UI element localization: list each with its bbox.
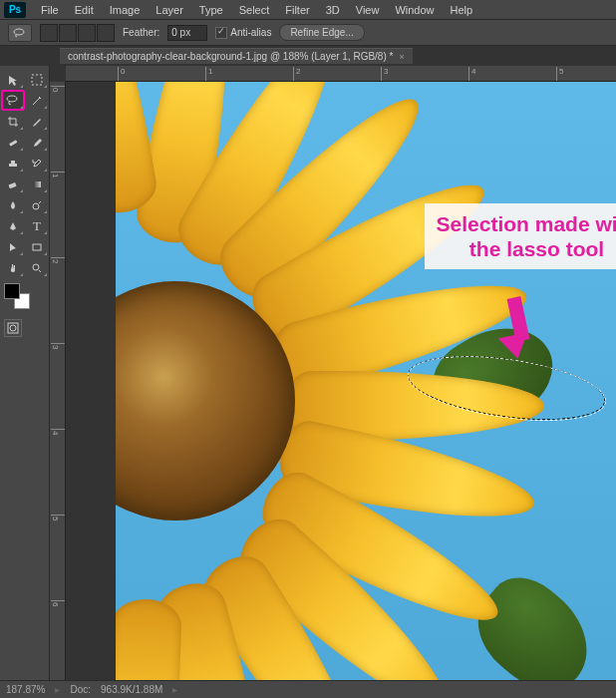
- brush-tool[interactable]: [26, 133, 48, 152]
- blur-icon: [7, 199, 19, 211]
- ruler-tick: 1: [205, 67, 212, 81]
- svg-rect-5: [33, 181, 41, 187]
- menu-view[interactable]: View: [349, 2, 387, 18]
- rect-icon: [31, 241, 43, 253]
- svg-rect-1: [32, 75, 42, 85]
- svg-point-8: [33, 264, 39, 270]
- active-tool-indicator[interactable]: [8, 24, 32, 42]
- fg-color-swatch[interactable]: [4, 283, 20, 299]
- hand-tool[interactable]: [2, 258, 24, 277]
- history-brush-icon: [31, 158, 43, 170]
- shape-tool[interactable]: [26, 237, 48, 256]
- menu-edit[interactable]: Edit: [68, 2, 101, 18]
- magic-wand-tool[interactable]: [26, 91, 48, 110]
- selection-mode-add[interactable]: [59, 24, 77, 42]
- selection-mode-subtract[interactable]: [78, 24, 96, 42]
- eyedropper-tool[interactable]: [26, 112, 48, 131]
- ruler-horizontal[interactable]: 0 1 2 3 4 5: [66, 66, 616, 82]
- antialias-checkbox[interactable]: Anti-alias: [215, 27, 271, 39]
- ruler-tick: 4: [51, 429, 65, 435]
- arrow-icon: [7, 241, 19, 253]
- ruler-tick: 5: [556, 67, 563, 81]
- color-swatches[interactable]: [0, 279, 49, 313]
- zoom-level[interactable]: 187.87%: [6, 684, 45, 695]
- brush-icon: [31, 137, 43, 149]
- spot-heal-tool[interactable]: [2, 133, 24, 152]
- path-select-tool[interactable]: [2, 237, 24, 256]
- menu-image[interactable]: Image: [103, 2, 148, 18]
- canvas[interactable]: Selection made with the lasso tool: [66, 82, 616, 680]
- selection-mode-intersect[interactable]: [97, 24, 115, 42]
- svg-point-6: [33, 203, 39, 209]
- svg-rect-4: [9, 182, 17, 188]
- antialias-label: Anti-alias: [230, 27, 271, 38]
- gradient-tool[interactable]: [26, 174, 48, 193]
- check-icon: [215, 27, 227, 39]
- dodge-icon: [31, 199, 43, 211]
- menu-layer[interactable]: Layer: [149, 2, 190, 18]
- stamp-icon: [7, 158, 19, 170]
- svg-point-0: [14, 29, 24, 35]
- crop-tool[interactable]: [2, 112, 24, 131]
- type-icon: T: [33, 218, 41, 234]
- ruler-tick: 6: [51, 600, 65, 606]
- lasso-icon: [6, 95, 20, 107]
- menu-filter[interactable]: Filter: [278, 2, 316, 18]
- clone-stamp-tool[interactable]: [2, 154, 24, 173]
- doc-size-label: Doc:: [70, 684, 91, 695]
- ruler-tick: 0: [118, 67, 125, 81]
- ruler-tick: 3: [51, 343, 65, 349]
- svg-rect-3: [9, 140, 17, 147]
- menu-window[interactable]: Window: [388, 2, 441, 18]
- workspace: T 0 1 2 3 4 5 0 1 2: [0, 66, 616, 680]
- status-sep: ▸: [55, 684, 60, 695]
- svg-point-10: [10, 325, 16, 331]
- close-icon[interactable]: ×: [399, 52, 404, 62]
- marquee-icon: [31, 74, 43, 86]
- document-tab[interactable]: contrast-photography-clear-background-1.…: [60, 48, 413, 64]
- selection-mode-group: [40, 24, 115, 42]
- annotation-box: Selection made with the lasso tool: [425, 203, 616, 269]
- lasso-icon: [13, 28, 27, 38]
- svg-rect-7: [33, 244, 41, 250]
- quick-mask-toggle[interactable]: [4, 319, 22, 337]
- lasso-tool[interactable]: [2, 91, 24, 110]
- move-icon: [7, 74, 19, 86]
- menu-help[interactable]: Help: [444, 2, 480, 18]
- crop-icon: [7, 116, 19, 128]
- status-sep: ▸: [172, 684, 177, 695]
- status-bar: 187.87% ▸ Doc: 963.9K/1.88M ▸: [0, 680, 616, 698]
- blur-tool[interactable]: [2, 195, 24, 214]
- eyedropper-icon: [31, 116, 43, 128]
- document-tab-label: contrast-photography-clear-background-1.…: [68, 51, 393, 62]
- menu-file[interactable]: File: [34, 2, 66, 18]
- move-tool[interactable]: [2, 70, 24, 89]
- history-brush-tool[interactable]: [26, 154, 48, 173]
- type-tool[interactable]: T: [26, 216, 48, 235]
- toolbox: T: [0, 66, 50, 680]
- menu-select[interactable]: Select: [232, 2, 277, 18]
- menu-3d[interactable]: 3D: [319, 2, 347, 18]
- document-image: Selection made with the lasso tool: [116, 82, 616, 680]
- selection-mode-new[interactable]: [40, 24, 58, 42]
- marquee-tool[interactable]: [26, 70, 48, 89]
- feather-input[interactable]: [167, 25, 207, 41]
- hand-icon: [7, 262, 19, 274]
- refine-edge-button[interactable]: Refine Edge...: [279, 24, 364, 41]
- ruler-tick: 4: [468, 67, 475, 81]
- doc-size-value: 963.9K/1.88M: [101, 684, 162, 695]
- ruler-tick: 5: [51, 515, 65, 521]
- gradient-icon: [31, 178, 43, 190]
- annotation-arrow: [511, 297, 525, 341]
- eraser-icon: [7, 178, 19, 190]
- zoom-tool[interactable]: [26, 258, 48, 277]
- menu-type[interactable]: Type: [192, 2, 230, 18]
- dodge-tool[interactable]: [26, 195, 48, 214]
- quickmask-icon: [7, 322, 19, 334]
- eraser-tool[interactable]: [2, 174, 24, 193]
- feather-label: Feather:: [123, 27, 159, 38]
- app-logo: Ps: [4, 2, 26, 18]
- pen-icon: [7, 220, 19, 232]
- ruler-vertical[interactable]: 0 1 2 3 4 5 6: [50, 82, 66, 680]
- pen-tool[interactable]: [2, 216, 24, 235]
